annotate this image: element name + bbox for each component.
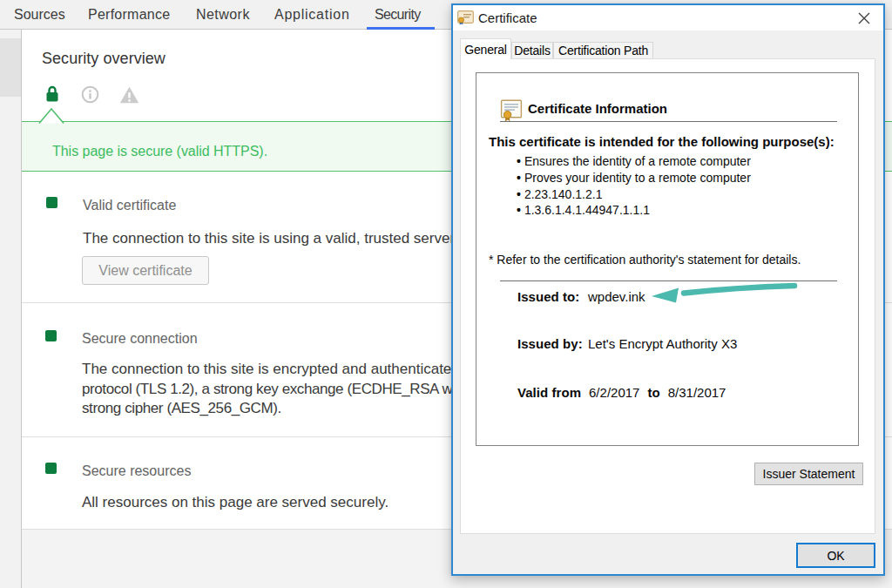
page-title: Security overview (42, 50, 166, 68)
issued-to-label: Issued to: (517, 289, 579, 304)
tab-security[interactable]: Security (375, 0, 421, 29)
purpose-list: Ensures the identity of a remote compute… (517, 153, 751, 219)
tab-sources[interactable]: Sources (14, 0, 65, 29)
certificate-info-box: Certificate Information This certificate… (476, 72, 859, 446)
security-summary-text: This page is secure (valid HTTPS). (52, 144, 267, 159)
purpose-item: 1.3.6.1.4.1.44947.1.1.1 (517, 202, 751, 219)
security-sidebar[interactable] (0, 30, 22, 588)
secure-lock-icon (45, 85, 59, 102)
purpose-item: Ensures the identity of a remote compute… (517, 153, 751, 170)
info-icon (81, 85, 99, 104)
valid-from-label: Valid from (517, 385, 581, 400)
annotation-arrow (645, 279, 801, 308)
secure-resources-description: All resources on this page are served se… (82, 493, 389, 513)
view-certificate-button[interactable]: View certificate (82, 256, 209, 285)
ok-button[interactable]: OK (796, 543, 875, 568)
certificate-information-heading: Certificate Information (528, 101, 667, 116)
banner-notch (38, 107, 64, 125)
valid-certificate-title: Valid certificate (83, 198, 176, 213)
certificate-icon (457, 10, 474, 25)
validity-row: Valid from6/2/2017to8/31/2017 (517, 385, 726, 400)
sidebar-selected-item[interactable] (0, 38, 21, 97)
issued-by-value: Let's Encrypt Authority X3 (588, 336, 737, 351)
purpose-item: 2.23.140.1.2.1 (517, 186, 751, 203)
dialog-tab-page: Certificate Information This certificate… (460, 58, 875, 534)
dialog-titlebar[interactable]: Certificate (453, 5, 883, 30)
issued-by-row: Issued by:Let's Encrypt Authority X3 (517, 336, 583, 351)
issued-to-row: Issued to:wpdev.ink (517, 289, 579, 304)
active-tab-underline (367, 27, 435, 30)
dialog-title: Certificate (478, 10, 537, 25)
warning-icon (119, 86, 139, 104)
certificate-large-icon (500, 99, 523, 122)
valid-from-value: 6/2/2017 (589, 385, 639, 400)
tab-application[interactable]: Application (274, 0, 350, 29)
dialog-tab-details[interactable]: Details (511, 42, 553, 58)
secure-connection-title: Secure connection (82, 331, 198, 347)
issued-by-label: Issued by: (517, 336, 583, 351)
valid-to-value: 8/31/2017 (668, 385, 726, 400)
refer-note: * Refer to the certification authority's… (489, 253, 801, 267)
purpose-heading: This certificate is intended for the fol… (489, 134, 835, 149)
issued-to-value: wpdev.ink (588, 289, 645, 304)
certificate-dialog: Certificate General Details Certificatio… (451, 3, 885, 576)
close-icon[interactable] (857, 11, 871, 25)
secure-resources-bullet-icon (45, 463, 57, 474)
issuer-statement-button[interactable]: Issuer Statement (754, 463, 863, 485)
separator-line (500, 121, 837, 122)
valid-to-label: to (647, 385, 659, 400)
dialog-tab-general[interactable]: General (460, 38, 511, 59)
purpose-item: Proves your identity to a remote compute… (517, 170, 751, 186)
secure-resources-title: Secure resources (82, 463, 191, 479)
tab-performance[interactable]: Performance (88, 0, 170, 29)
tab-network[interactable]: Network (196, 0, 250, 29)
secure-connection-bullet-icon (45, 330, 57, 341)
dialog-tab-certification-path[interactable]: Certification Path (553, 42, 653, 58)
valid-certificate-bullet-icon (46, 197, 57, 208)
